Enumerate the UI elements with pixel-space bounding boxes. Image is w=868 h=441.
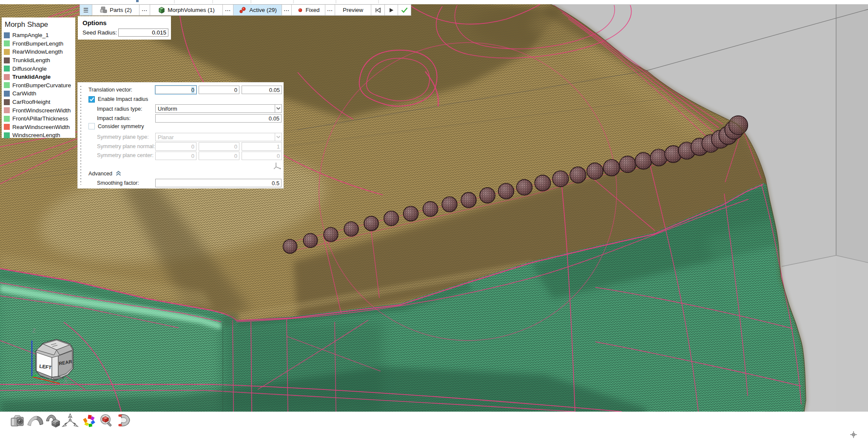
svg-text:X: X (64, 378, 68, 384)
svg-text:Z: Z (32, 327, 36, 334)
